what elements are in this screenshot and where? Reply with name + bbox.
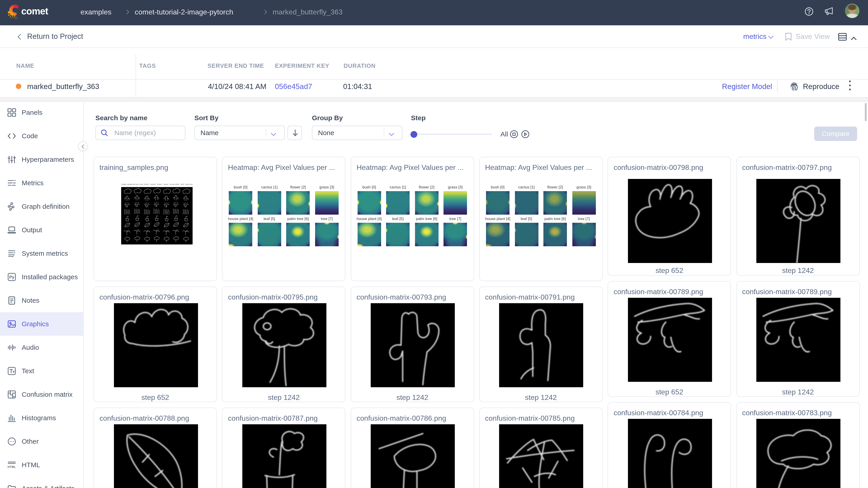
svg-text:HTML: HTML bbox=[8, 465, 16, 468]
svg-text:Py: Py bbox=[9, 275, 14, 279]
